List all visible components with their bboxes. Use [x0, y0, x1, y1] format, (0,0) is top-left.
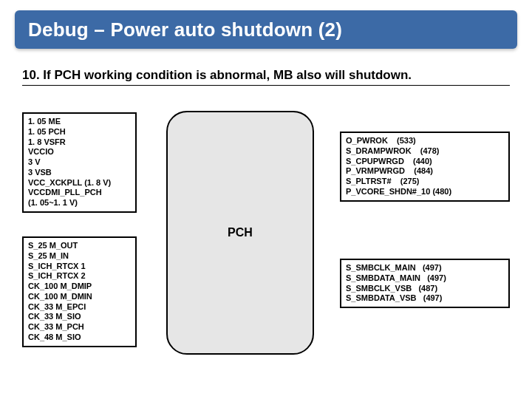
clock-list-box: S_25 M_OUT S_25 M_IN S_ICH_RTCX 1 S_ICH_… [22, 236, 137, 347]
pch-label: PCH [228, 226, 253, 239]
title-bar: Debug – Power auto shutdown (2) [15, 10, 517, 49]
smbus-signals-box: S_SMBCLK_MAIN (497) S_SMBDATA_MAIN (497)… [340, 259, 510, 308]
subtitle-text: 10. If PCH working condition is abnormal… [22, 68, 510, 86]
voltage-list-box: 1. 05 ME 1. 05 PCH 1. 8 VSFR VCCIO 3 V 3… [22, 112, 137, 213]
page-title: Debug – Power auto shutdown (2) [28, 18, 342, 41]
pch-chip: PCH [166, 111, 314, 355]
power-signals-box: O_PWROK (533) S_DRAMPWROK (478) S_CPUPWR… [340, 132, 510, 202]
diagram-area: PCH 1. 05 ME 1. 05 PCH 1. 8 VSFR VCCIO 3… [22, 103, 510, 392]
